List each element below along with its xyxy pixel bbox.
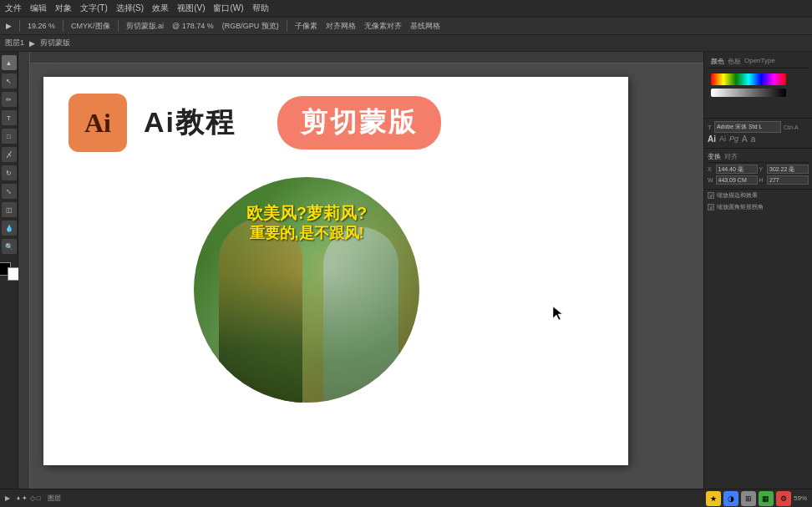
checkbox-scale-corner[interactable] bbox=[708, 204, 714, 210]
eyedropper-tool[interactable]: 💧 bbox=[2, 221, 17, 236]
status-icons: ♦ ✦ ◇ □ bbox=[17, 494, 41, 502]
checkbox-row-1: 缩放描边和效果 bbox=[704, 190, 812, 201]
taskbar-icon-grid[interactable]: ⊞ bbox=[741, 491, 756, 506]
menu-text[interactable]: 文字(T) bbox=[80, 3, 108, 14]
taskbar-icon-layers[interactable]: ▦ bbox=[759, 491, 774, 506]
font-section: T Adobe 宋体 Std L Ctri-A Ai Ai Pg A a bbox=[704, 119, 812, 149]
w-label: W bbox=[708, 175, 714, 185]
gradient-tool[interactable]: ◫ bbox=[2, 202, 17, 217]
ai-logo: Ai bbox=[69, 94, 127, 152]
brush-tool[interactable]: 〆 bbox=[2, 147, 17, 162]
x-value[interactable] bbox=[716, 165, 758, 174]
font-btn-3[interactable]: Pg bbox=[729, 134, 738, 144]
y-label: Y bbox=[759, 165, 766, 174]
font-btn-2[interactable]: Ai bbox=[719, 134, 726, 144]
text-tool[interactable]: T bbox=[2, 110, 17, 125]
no-pixel-align[interactable]: 无像素对齐 bbox=[362, 20, 404, 33]
transform-section: 变换 对齐 X Y W H bbox=[704, 149, 812, 190]
tab-align[interactable]: 对齐 bbox=[724, 152, 738, 161]
checkbox-row-2: 缩放圆角矩形拐角 bbox=[704, 201, 812, 213]
pen-tool[interactable]: ✏ bbox=[2, 92, 17, 107]
x-label: X bbox=[708, 165, 714, 174]
menu-help[interactable]: 帮助 bbox=[252, 3, 269, 14]
checkbox-scale-label: 缩放描边和效果 bbox=[717, 191, 758, 200]
font-row2: Ai Ai Pg A a bbox=[708, 134, 809, 144]
title-text: Ai教程 bbox=[144, 104, 236, 142]
transform-tabs: 变换 对齐 bbox=[708, 151, 809, 163]
status-bar: ▶ ♦ ✦ ◇ □ 图层 ★ ◑ ⊞ ▦ ⚙ 59% bbox=[0, 489, 812, 507]
layer-name: 图层1 bbox=[5, 38, 24, 48]
font-style[interactable]: Ctri-A bbox=[784, 124, 799, 130]
rotate-tool[interactable]: ↻ bbox=[2, 165, 17, 180]
tab-opentype[interactable]: OpenType bbox=[744, 57, 775, 66]
toolbar-nav[interactable]: ▶ bbox=[3, 21, 14, 31]
h-label: H bbox=[759, 175, 766, 185]
menu-view[interactable]: 视图(V) bbox=[177, 3, 205, 14]
shape-tool[interactable]: □ bbox=[2, 129, 17, 144]
breadcrumb-sep: ▶ bbox=[29, 39, 35, 48]
file-name: 剪切蒙版.ai bbox=[124, 20, 167, 33]
color-panel-top: 颜色 色板 OpenType bbox=[704, 52, 812, 119]
select-tool[interactable]: ▲ bbox=[2, 55, 17, 70]
circle-image-container: 欧美风?萝莉风? 重要的,是不跟风! bbox=[194, 177, 419, 403]
menu-object[interactable]: 对象 bbox=[55, 3, 72, 14]
badge-text: 剪切蒙版 bbox=[301, 104, 418, 141]
taskbar-icons: ★ ◑ ⊞ ▦ ⚙ 59% bbox=[706, 491, 807, 506]
y-value[interactable] bbox=[767, 165, 809, 174]
circle-image: 欧美风?萝莉风? 重要的,是不跟风! bbox=[194, 177, 419, 403]
status-zoom: 59% bbox=[794, 494, 807, 502]
panel-tabs: 颜色 色板 OpenType bbox=[708, 55, 809, 68]
ai-logo-text: Ai bbox=[84, 108, 111, 139]
taskbar-icon-settings[interactable]: ⚙ bbox=[776, 491, 791, 506]
sub-pixel[interactable]: 子像素 bbox=[292, 20, 320, 33]
tab-swatches[interactable]: 色板 bbox=[728, 57, 741, 66]
header-row: Ai Ai教程 剪切蒙版 bbox=[69, 94, 603, 152]
canvas-area[interactable]: Ai Ai教程 剪切蒙版 bbox=[18, 52, 703, 489]
main-toolbar: ▶ 19.26 % CMYK/图像 剪切蒙版.ai @ 178.74 % (RG… bbox=[0, 17, 812, 35]
color-spectrum[interactable] bbox=[711, 74, 786, 85]
font-btn-1[interactable]: Ai bbox=[708, 134, 716, 144]
render-mode: (RGB/GPU 预览) bbox=[220, 20, 282, 33]
menu-select[interactable]: 选择(S) bbox=[116, 3, 144, 14]
circle-text-overlay: 欧美风?萝莉风? 重要的,是不跟风! bbox=[194, 202, 419, 243]
overlay-line1: 欧美风?萝莉风? bbox=[194, 202, 419, 224]
transform-xy-row: X Y bbox=[708, 165, 809, 174]
font-btn-5[interactable]: a bbox=[751, 134, 756, 144]
font-label: T bbox=[708, 124, 712, 131]
artboard-content: Ai Ai教程 剪切蒙版 bbox=[43, 77, 628, 465]
color-boxes[interactable] bbox=[0, 262, 21, 281]
taskbar-icon-star[interactable]: ★ bbox=[706, 491, 721, 506]
checkbox-scale-stroke[interactable] bbox=[708, 192, 714, 199]
ruler-vertical bbox=[18, 52, 30, 489]
font-name-dropdown[interactable]: Adobe 宋体 Std L bbox=[714, 121, 781, 133]
checkbox-corner-label: 缩放圆角矩形拐角 bbox=[717, 203, 764, 211]
direct-select-tool[interactable]: ↖ bbox=[2, 74, 17, 89]
h-value[interactable] bbox=[767, 175, 809, 185]
main-area: ▲ ↖ ✏ T □ 〆 ↻ ⤡ ◫ 💧 🔍 Ai bbox=[0, 52, 812, 489]
zoom-level[interactable]: 19.26 % bbox=[25, 21, 58, 31]
tab-color[interactable]: 颜色 bbox=[711, 57, 724, 66]
checkbox-section: 缩放描边和效果 缩放圆角矩形拐角 bbox=[704, 190, 812, 213]
menu-file[interactable]: 文件 bbox=[5, 3, 22, 14]
menu-window[interactable]: 窗口(W) bbox=[213, 3, 243, 14]
status-nav[interactable]: ▶ bbox=[5, 494, 10, 502]
menu-bar: 文件 编辑 对象 文字(T) 选择(S) 效果 视图(V) 窗口(W) 帮助 bbox=[0, 0, 812, 17]
font-btn-4[interactable]: A bbox=[742, 134, 748, 144]
menu-edit[interactable]: 编辑 bbox=[30, 3, 47, 14]
baseline-grid[interactable]: 基线网格 bbox=[408, 20, 443, 33]
right-panel: 颜色 色板 OpenType T Adobe 宋体 Std L Ctri-A A… bbox=[703, 52, 812, 489]
transform-wh-row: W H bbox=[708, 175, 809, 185]
title-label: Ai教程 bbox=[144, 106, 236, 138]
w-value[interactable] bbox=[716, 175, 758, 185]
align-grid[interactable]: 对齐网格 bbox=[323, 20, 358, 33]
zoom-tool[interactable]: 🔍 bbox=[2, 239, 17, 254]
color-mode: CMYK/图像 bbox=[69, 20, 113, 33]
bw-gradient[interactable] bbox=[711, 89, 786, 97]
ruler-horizontal bbox=[18, 52, 703, 63]
zoom-percent: @ 178.74 % bbox=[170, 21, 216, 31]
scale-tool[interactable]: ⤡ bbox=[2, 184, 17, 199]
color-gradient-area bbox=[708, 70, 809, 100]
taskbar-icon-moon[interactable]: ◑ bbox=[723, 491, 738, 506]
tab-transform[interactable]: 变换 bbox=[708, 152, 721, 161]
menu-effect[interactable]: 效果 bbox=[152, 3, 169, 14]
